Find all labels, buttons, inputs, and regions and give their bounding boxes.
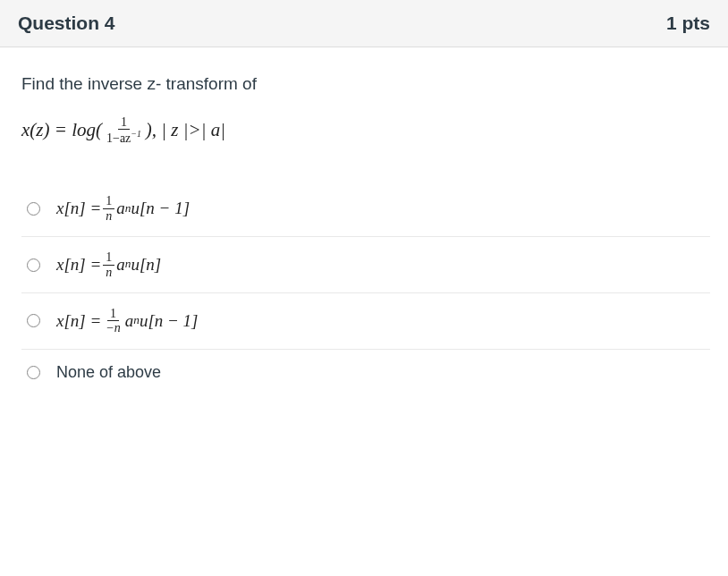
option-3-math: x[n] = 1 −n an u[n − 1] xyxy=(56,307,199,335)
option-4[interactable]: None of above xyxy=(21,349,710,395)
option-3[interactable]: x[n] = 1 −n an u[n − 1] xyxy=(21,292,710,349)
option-2-math: x[n] = 1 n an u[n] xyxy=(56,250,161,279)
radio-icon[interactable] xyxy=(27,258,40,272)
option-1[interactable]: x[n] = 1 n an u[n − 1] xyxy=(21,181,710,236)
options-list: x[n] = 1 n an u[n − 1] x[n] = 1 n an u[n… xyxy=(21,181,710,394)
radio-icon[interactable] xyxy=(27,366,40,379)
eq-rhs: ), | z |>| a| xyxy=(146,119,225,141)
radio-icon[interactable] xyxy=(27,202,40,216)
eq-frac-den: 1−az−1 xyxy=(104,130,144,145)
question-points: 1 pts xyxy=(666,13,710,34)
radio-icon[interactable] xyxy=(27,314,40,327)
question-prompt: Find the inverse z- transform of xyxy=(21,74,710,94)
question-title: Question 4 xyxy=(18,13,115,34)
question-header: Question 4 1 pts xyxy=(0,0,728,47)
eq-fraction: 1 1−az−1 xyxy=(104,115,144,145)
option-1-math: x[n] = 1 n an u[n − 1] xyxy=(56,194,190,223)
eq-lhs: x(z) = log( xyxy=(21,119,102,141)
option-2[interactable]: x[n] = 1 n an u[n] xyxy=(21,236,710,292)
question-equation: x(z) = log( 1 1−az−1 ), | z |>| a| xyxy=(21,115,710,145)
eq-frac-num: 1 xyxy=(118,115,130,130)
question-body: Find the inverse z- transform of x(z) = … xyxy=(0,47,728,404)
option-4-text: None of above xyxy=(56,363,161,382)
